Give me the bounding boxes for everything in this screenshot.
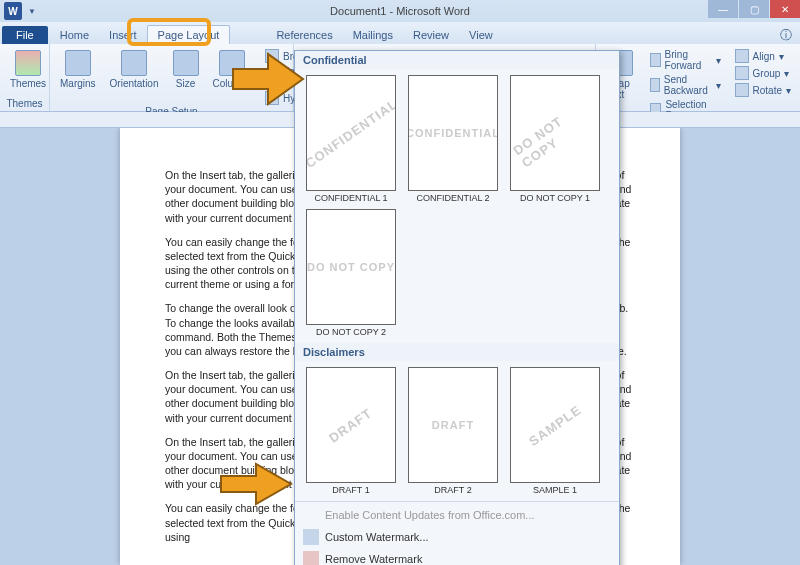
watermark-caption: DRAFT 1 (332, 485, 369, 495)
gallery-section-disclaimers: Disclaimers (295, 343, 619, 361)
custom-watermark-menu[interactable]: Custom Watermark... (295, 526, 619, 548)
columns-button[interactable]: Columns (209, 48, 256, 91)
maximize-button[interactable]: ▢ (739, 0, 769, 18)
group-themes-label: Themes (6, 98, 43, 109)
watermark-preview-text: CONFIDENTIAL (408, 127, 498, 139)
line-numbers-icon (265, 70, 277, 84)
tab-page-layout[interactable]: Page Layout (147, 25, 231, 44)
watermark-preview-text: DO NOT COPY (307, 261, 395, 273)
enable-content-updates-menu[interactable]: Enable Content Updates from Office.com..… (295, 504, 619, 526)
minimize-button[interactable]: — (708, 0, 738, 18)
align-icon (735, 49, 749, 63)
tab-view[interactable]: View (459, 26, 503, 44)
tab-mailings[interactable]: Mailings (343, 26, 403, 44)
custom-watermark-icon (303, 529, 319, 545)
watermark-thumbnail[interactable]: DRAFTDRAFT 2 (405, 367, 501, 495)
watermark-caption: CONFIDENTIAL 1 (314, 193, 387, 203)
app-icon: W (4, 2, 22, 20)
align-button[interactable]: Align ▾ (732, 48, 794, 64)
watermark-caption: DO NOT COPY 1 (520, 193, 590, 203)
bring-forward-button[interactable]: Bring Forward ▾ (647, 48, 724, 72)
watermark-thumbnail[interactable]: CONFIDENTIALCONFIDENTIAL 2 (405, 75, 501, 203)
tab-references[interactable]: References (266, 26, 342, 44)
send-backward-button[interactable]: Send Backward ▾ (647, 73, 724, 97)
group-icon (735, 66, 749, 80)
watermark-preview-text: DO NOT COPY (510, 95, 599, 170)
margins-icon (65, 50, 91, 76)
watermark-thumbnail[interactable]: DO NOT COPYDO NOT COPY 2 (303, 209, 399, 337)
rotate-button[interactable]: Rotate ▾ (732, 82, 794, 98)
themes-icon (15, 50, 41, 76)
themes-label: Themes (10, 78, 46, 89)
watermark-thumbnail[interactable]: CONFIDENTIALCONFIDENTIAL 1 (303, 75, 399, 203)
watermark-preview-text: CONFIDENTIAL (306, 96, 396, 171)
watermark-thumbnail[interactable]: DRAFTDRAFT 1 (303, 367, 399, 495)
size-button[interactable]: Size (169, 48, 203, 91)
file-tab[interactable]: File (2, 26, 48, 44)
office-icon (303, 507, 319, 523)
themes-button[interactable]: Themes (6, 48, 50, 91)
window-title: Document1 - Microsoft Word (330, 5, 470, 17)
tab-home[interactable]: Home (50, 26, 99, 44)
rotate-icon (735, 83, 749, 97)
remove-watermark-icon (303, 551, 319, 565)
help-icon[interactable]: ⓘ (772, 27, 800, 44)
watermark-thumbnail[interactable]: DO NOT COPYDO NOT COPY 1 (507, 75, 603, 203)
watermark-caption: SAMPLE 1 (533, 485, 577, 495)
gallery-section-confidential: Confidential (295, 51, 619, 69)
bring-forward-icon (650, 53, 661, 67)
watermark-thumbnail[interactable]: SAMPLESAMPLE 1 (507, 367, 603, 495)
watermark-preview-text: SAMPLE (526, 402, 584, 449)
tab-review[interactable]: Review (403, 26, 459, 44)
orientation-icon (121, 50, 147, 76)
margins-button[interactable]: Margins (56, 48, 100, 91)
watermark-gallery: Confidential CONFIDENTIALCONFIDENTIAL 1C… (294, 50, 620, 565)
watermark-preview-text: DRAFT (432, 419, 474, 431)
breaks-icon (265, 49, 279, 63)
columns-icon (219, 50, 245, 76)
close-button[interactable]: ✕ (770, 0, 800, 18)
group-button[interactable]: Group ▾ (732, 65, 794, 81)
size-icon (173, 50, 199, 76)
orientation-button[interactable]: Orientation (106, 48, 163, 91)
send-backward-icon (650, 78, 660, 92)
watermark-caption: DO NOT COPY 2 (316, 327, 386, 337)
remove-watermark-menu[interactable]: Remove Watermark (295, 548, 619, 565)
hyphen-icon (265, 91, 279, 105)
tab-insert[interactable]: Insert (99, 26, 147, 44)
watermark-caption: DRAFT 2 (434, 485, 471, 495)
watermark-caption: CONFIDENTIAL 2 (416, 193, 489, 203)
watermark-preview-text: DRAFT (327, 405, 376, 445)
qat-dropdown-icon[interactable]: ▼ (28, 7, 36, 16)
